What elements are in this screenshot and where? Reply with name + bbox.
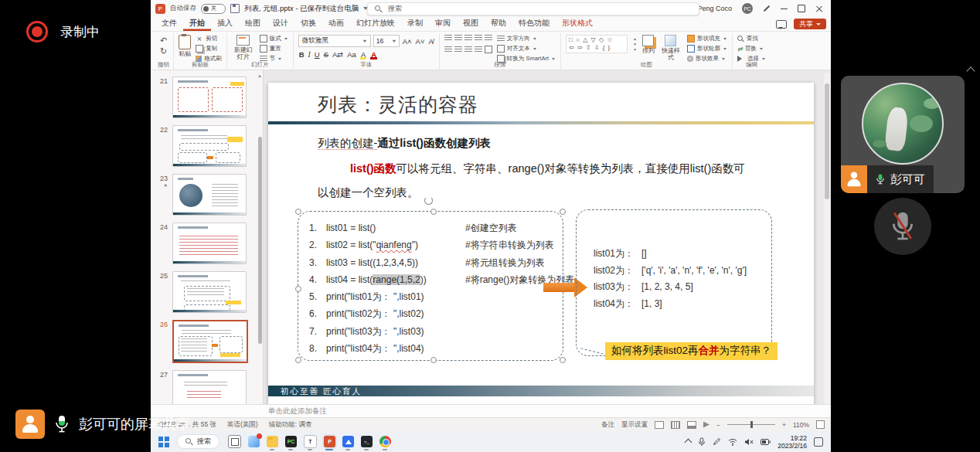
file-explorer-icon[interactable] <box>267 436 278 447</box>
minimize-button[interactable] <box>781 8 788 9</box>
align-center-icon[interactable] <box>454 46 462 53</box>
shape-outline-button[interactable]: 形状轮廓 <box>687 45 727 53</box>
cut-button[interactable]: 剪切 <box>196 35 222 42</box>
account-name[interactable]: Peng Coco <box>697 5 732 12</box>
new-slide-button[interactable]: 新建幻灯片 <box>232 35 255 60</box>
question-highlight[interactable]: 如何将列表list02再合并为字符串？ <box>605 342 778 360</box>
slideshow-icon[interactable] <box>703 422 709 428</box>
tab-review[interactable]: 审阅 <box>429 16 457 31</box>
notes-toggle-button[interactable]: 备注 <box>601 420 614 430</box>
slide-sorter-icon[interactable] <box>671 421 680 429</box>
code-textbox[interactable]: 1.list01 = list()#创建空列表 2.list02 = list(… <box>298 211 563 361</box>
chevron-up-icon[interactable] <box>966 66 975 75</box>
character-spacing-button[interactable]: A⇄ <box>332 50 344 59</box>
decrease-indent-icon[interactable] <box>464 35 472 41</box>
selection-handle[interactable] <box>560 209 566 215</box>
tab-slideshow[interactable]: 幻灯片放映 <box>350 16 401 31</box>
thumbnail-scroll-up-icon[interactable]: ▲ <box>257 73 262 78</box>
align-right-icon[interactable] <box>464 46 472 53</box>
slide-body-text[interactable]: list()函数可以将元组、字符串、range()对象等转换为列表，直接使用li… <box>318 157 822 205</box>
tab-features[interactable]: 特色功能 <box>512 16 556 31</box>
notification-center-icon[interactable] <box>814 437 823 447</box>
accessibility-status[interactable]: 辅助功能: 调查 <box>269 420 312 430</box>
selection-handle[interactable] <box>430 357 437 363</box>
powerpoint-app-icon[interactable] <box>155 4 165 14</box>
selection-handle[interactable] <box>430 209 437 215</box>
battery-icon[interactable] <box>761 439 771 445</box>
justify-icon[interactable] <box>475 46 482 53</box>
shape-gallery-scroll[interactable]: ▲▼▼ <box>632 35 638 53</box>
slide-thumbnail-26-selected[interactable]: 26 <box>155 320 255 363</box>
wifi-icon[interactable] <box>728 438 737 446</box>
account-avatar[interactable]: PC <box>742 3 753 14</box>
app-icon[interactable] <box>342 436 354 447</box>
tab-shape-format[interactable]: 形状格式 <box>556 16 599 31</box>
selection-handle[interactable] <box>295 286 301 292</box>
selection-handle[interactable] <box>295 357 301 363</box>
hidden-icons-chevron[interactable] <box>685 439 692 447</box>
rotate-handle[interactable] <box>424 196 433 205</box>
text-direction-button[interactable]: 文字方向 <box>497 35 556 42</box>
undo-icon[interactable]: ↶ <box>160 36 167 44</box>
output-textbox[interactable]: list01为：[] list02为：['q', 'i', 'a', 'n', … <box>576 209 772 356</box>
arrange-button[interactable]: 排列 <box>642 35 655 55</box>
zoom-out-button[interactable]: − <box>716 421 720 429</box>
underline-button[interactable]: U <box>314 50 321 59</box>
paste-button[interactable]: 粘贴 <box>179 35 191 58</box>
slide-thumbnail-24[interactable]: 24 <box>155 223 255 264</box>
slide-thumbnail-27[interactable]: 27 <box>155 370 255 404</box>
autosave-toggle[interactable]: 关 <box>201 4 226 14</box>
canvas-scrollbar[interactable] <box>824 73 830 404</box>
tab-record[interactable]: 录制 <box>401 16 429 31</box>
font-color-button[interactable]: A <box>369 50 378 59</box>
tab-home[interactable]: 开始 <box>183 16 211 31</box>
selection-handle[interactable] <box>560 357 566 363</box>
notes-pane[interactable]: 单击此处添加备注 <box>151 404 831 417</box>
tab-animations[interactable]: 动画 <box>322 16 350 31</box>
grow-font-button[interactable]: A˄ <box>402 37 413 46</box>
font-name-select[interactable]: 微软雅黑 <box>298 35 371 47</box>
replace-button[interactable]: ⇄替换 <box>737 45 766 53</box>
slide-thumbnail-21[interactable]: 21 <box>155 76 255 118</box>
shrink-font-button[interactable]: A˅ <box>415 37 426 46</box>
font-size-select[interactable]: 16 <box>373 35 400 47</box>
document-title[interactable]: 列表, 元组.pptx - 已保存到这台电脑 <box>244 4 359 14</box>
task-view-button[interactable] <box>228 435 241 448</box>
weather-widget[interactable] <box>248 436 260 447</box>
thumbnail-scrollbar[interactable] <box>258 137 262 344</box>
clear-format-button[interactable]: A̸ <box>428 37 434 46</box>
slide-title[interactable]: 列表：灵活的容器 <box>318 92 478 117</box>
tab-file[interactable]: 文件 <box>155 16 183 31</box>
comments-icon[interactable] <box>776 20 787 29</box>
bullets-icon[interactable] <box>444 35 452 41</box>
powerpoint-taskbar-icon[interactable]: P <box>324 436 335 447</box>
strikethrough-button[interactable]: S <box>323 50 329 59</box>
normal-view-icon[interactable] <box>655 421 664 429</box>
pencil-icon[interactable] <box>764 5 770 12</box>
microphone-muted-button[interactable] <box>874 198 931 255</box>
layout-button[interactable]: 版式 <box>260 35 288 42</box>
terminal-icon[interactable]: >_ <box>361 436 373 447</box>
volume-muted-icon[interactable] <box>744 438 754 446</box>
reading-view-icon[interactable] <box>687 421 696 429</box>
pycharm-icon[interactable]: PC <box>285 436 297 447</box>
redo-icon[interactable]: ↻ <box>160 47 167 55</box>
share-button[interactable]: 共享 <box>794 19 826 29</box>
find-button[interactable]: 查找 <box>737 35 766 42</box>
tab-transitions[interactable]: 切换 <box>294 16 322 31</box>
display-settings-button[interactable]: 显示设置 <box>621 420 648 430</box>
zoom-in-button[interactable]: + <box>782 421 786 429</box>
participant-video-tile[interactable]: 彭可可 <box>841 76 965 193</box>
save-icon[interactable] <box>230 4 240 13</box>
tab-view[interactable]: 视图 <box>457 16 485 31</box>
zoom-level[interactable]: 110% <box>793 421 809 429</box>
slide-heading[interactable]: 列表的创建-通过list()函数创建列表 <box>318 136 491 151</box>
increase-indent-icon[interactable] <box>475 35 482 41</box>
tab-draw[interactable]: 绘图 <box>239 16 267 31</box>
slide-editor[interactable]: 列表：灵活的容器 列表的创建-通过list()函数创建列表 list()函数可以… <box>268 83 814 404</box>
tab-insert[interactable]: 插入 <box>211 16 239 31</box>
slide-thumbnail-23[interactable]: 23★ <box>155 174 255 216</box>
fit-slide-icon[interactable] <box>816 420 825 429</box>
highlight-color-button[interactable]: A <box>359 50 367 59</box>
close-button[interactable] <box>815 5 823 12</box>
